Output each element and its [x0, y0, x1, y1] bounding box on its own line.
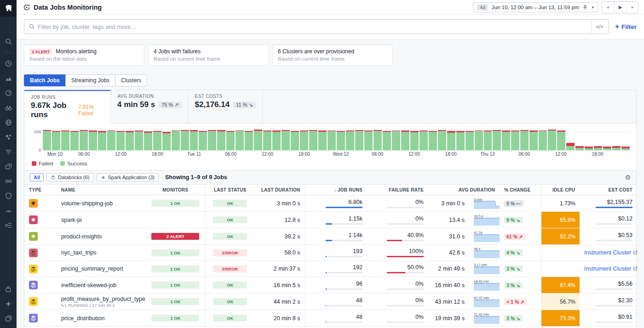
table-row[interactable]: price_distribution1 OKOK20 min 8 s480%19…: [24, 310, 637, 327]
chart-bar[interactable]: [52, 131, 60, 150]
chart-bar[interactable]: [466, 131, 474, 150]
chart-bar[interactable]: [172, 130, 180, 150]
filter-pill-databricks[interactable]: Databricks (6): [46, 173, 93, 181]
chart-bar[interactable]: [61, 130, 69, 150]
chart-bar[interactable]: [272, 130, 281, 150]
chart-bar[interactable]: [410, 131, 419, 150]
chart-bar[interactable]: [318, 130, 327, 150]
column-header-failure-rate[interactable]: FAILURE RATE: [367, 185, 428, 195]
chart-bar[interactable]: [456, 131, 465, 150]
chart-bar[interactable]: [263, 130, 271, 150]
chart-bar[interactable]: [190, 130, 198, 150]
instrument-cluster-link[interactable]: Instrument Cluster: [584, 266, 637, 272]
security-icon[interactable]: [5, 192, 12, 200]
column-header-idle-cpu[interactable]: IDLE CPU: [541, 185, 580, 195]
table-row[interactable]: profit_measure_by_product_typeϟ1 RUNNING…: [24, 294, 637, 310]
pin-sparkle-icon[interactable]: [5, 300, 12, 308]
column-header-est-cost[interactable]: EST COST: [580, 185, 637, 195]
job-name-link[interactable]: pricing_summary_report: [61, 266, 142, 272]
job-name-link[interactable]: profit_measure_by_product_type: [61, 296, 142, 302]
filter-pill-spark[interactable]: Spark Application (3): [97, 173, 159, 181]
chart-bar[interactable]: [309, 130, 317, 150]
job-name-link[interactable]: spark-pi: [61, 217, 142, 223]
jobs-with-failures-card[interactable]: 4 Jobs with failures Based on current ti…: [148, 45, 269, 66]
column-header-type[interactable]: TYPE: [24, 185, 57, 195]
network-icon[interactable]: [5, 119, 12, 126]
filter-pill-all[interactable]: All: [30, 173, 44, 181]
chart-bar[interactable]: [162, 132, 171, 150]
monitors-pill[interactable]: 1 OK: [151, 266, 199, 272]
data-jobs-icon[interactable]: [5, 221, 12, 229]
chart-bar[interactable]: [226, 131, 235, 150]
job-name-link[interactable]: volume-shipping-job: [61, 200, 142, 207]
chart-bar[interactable]: [144, 131, 152, 150]
chart-bar[interactable]: [594, 146, 602, 150]
table-row[interactable]: nyc_taxi_trips1 OKERROR58.0 s193100%42.6…: [24, 245, 637, 261]
column-header-name[interactable]: NAME: [57, 185, 146, 195]
chart-bar[interactable]: [199, 131, 207, 150]
chart-bar[interactable]: [337, 131, 345, 150]
chart-bar[interactable]: [217, 130, 225, 150]
chart-bar[interactable]: [236, 130, 244, 150]
time-range-selector[interactable]: 4d Jun 10, 12:00 am – Jun 13, 11:59 pm ▾: [473, 2, 598, 12]
chart-bar[interactable]: [447, 131, 455, 150]
chart-bar[interactable]: [126, 131, 134, 150]
monitors-pill[interactable]: 1 OK: [151, 282, 199, 288]
time-forward-button[interactable]: »: [626, 2, 638, 13]
table-row[interactable]: spark-structured-streamingϟ1 RUNNING | 4…: [24, 327, 637, 328]
monitors-pill[interactable]: 1 OK: [151, 249, 199, 256]
workspaces-icon[interactable]: [5, 315, 12, 322]
chart-bar[interactable]: [420, 130, 428, 150]
job-name-link[interactable]: product-insights: [61, 233, 142, 240]
chart-bar[interactable]: [520, 130, 529, 150]
chart-bar[interactable]: [355, 130, 363, 150]
column-header--change[interactable]: % CHANGE: [500, 185, 541, 195]
search-input[interactable]: [35, 23, 591, 30]
chart-bar[interactable]: [548, 130, 556, 150]
query-syntax-toggle[interactable]: </>: [591, 20, 608, 34]
monitors-pill[interactable]: 1 OK: [151, 315, 199, 322]
chart-bar[interactable]: [539, 130, 547, 150]
job-name-link[interactable]: nyc_taxi_trips: [61, 249, 142, 256]
chart-bar[interactable]: [438, 130, 446, 150]
chart-bar[interactable]: [585, 147, 593, 150]
chart-bar[interactable]: [135, 130, 143, 150]
monitors-pill[interactable]: 1 OK: [151, 298, 199, 305]
add-filter-button[interactable]: + Filter: [615, 23, 637, 31]
chart-bar[interactable]: [475, 130, 483, 150]
software-catalog-icon[interactable]: [5, 163, 12, 170]
tab-streaming-jobs[interactable]: Streaming Jobs: [65, 74, 115, 86]
chart-bar[interactable]: [612, 146, 621, 150]
chart-bar[interactable]: [346, 130, 354, 150]
column-header-job-runs[interactable]: ↓ JOB RUNS: [305, 185, 367, 195]
chart-bar[interactable]: [383, 131, 391, 150]
chart-bar[interactable]: [328, 130, 336, 150]
logs-icon[interactable]: [5, 148, 12, 156]
integrations-icon[interactable]: [5, 285, 12, 293]
chart-bar[interactable]: [401, 130, 409, 150]
chart-bar[interactable]: [392, 130, 400, 150]
column-header-avg-duration[interactable]: AVG DURATION: [428, 185, 500, 195]
table-row[interactable]: inefficient-skewed-job1 OKOK16 min 5 s96…: [24, 277, 637, 294]
instrument-cluster-link[interactable]: Instrument Cluster: [584, 249, 637, 256]
performance-icon[interactable]: [5, 207, 12, 215]
chart-bar[interactable]: [89, 130, 97, 150]
chart-bar[interactable]: [291, 131, 299, 150]
time-play-button[interactable]: ▶: [614, 2, 626, 13]
chart-bar[interactable]: [603, 147, 611, 150]
chart-bar[interactable]: [43, 130, 51, 150]
chart-bar[interactable]: [621, 147, 630, 150]
metrics-icon[interactable]: [5, 74, 12, 82]
chart-bar[interactable]: [529, 130, 538, 150]
chart-bar[interactable]: [254, 130, 262, 150]
chart-bar[interactable]: [493, 130, 501, 150]
monitors-pill[interactable]: 1 OK: [151, 200, 199, 207]
chart-bar[interactable]: [181, 130, 189, 150]
table-row[interactable]: pricing_summary_report1 OKERROR2 min 37 …: [24, 261, 637, 277]
chart-bar[interactable]: [245, 131, 253, 150]
watchdog-icon[interactable]: [5, 104, 12, 112]
monitors-pill[interactable]: 2 ALERT: [151, 233, 199, 240]
processes-icon[interactable]: [5, 133, 12, 141]
metric-card-est-costs[interactable]: EST COSTS $2,176.14 11 % ↘: [189, 90, 263, 123]
chart-bar[interactable]: [70, 131, 79, 150]
